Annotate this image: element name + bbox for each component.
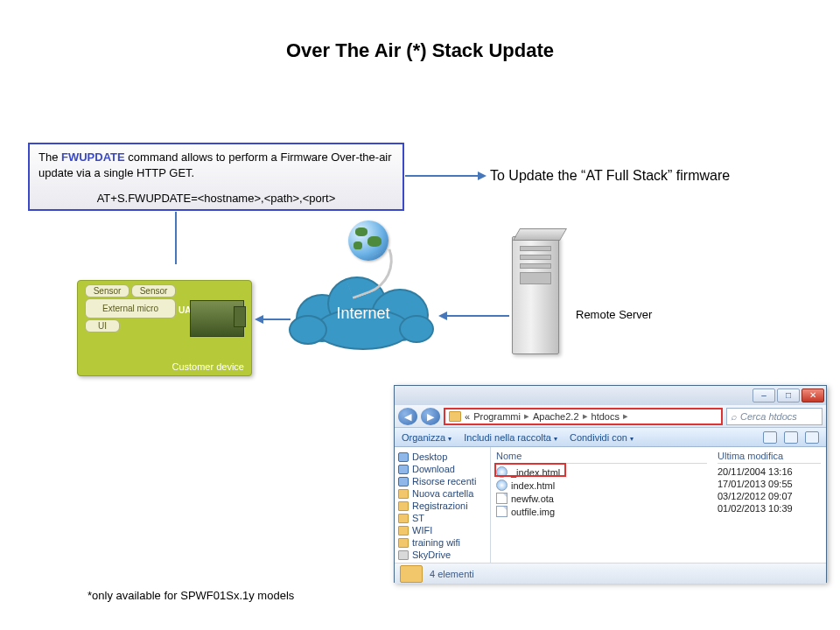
remote-server-label: Remote Server (576, 308, 652, 321)
search-placeholder: Cerca htdocs (740, 411, 797, 422)
connector-line (262, 318, 290, 320)
fwupdate-info-box: The FWUPDATE command allows to perform a… (28, 143, 404, 211)
connector-line (446, 315, 509, 317)
connector-line (175, 212, 177, 264)
close-button[interactable]: ✕ (802, 388, 824, 402)
sensor-chip: Sensor (131, 284, 176, 298)
info-prefix: The (38, 150, 61, 164)
tree-item: WIFI (398, 524, 486, 536)
help-icon[interactable] (805, 431, 819, 444)
preview-pane-icon[interactable] (784, 431, 798, 444)
cloud-label: Internet (289, 304, 438, 323)
column-header-name[interactable]: Nome (496, 449, 707, 464)
tree-item: Desktop (398, 451, 486, 463)
info-syntax: AT+S.FWUPDATE=<hostname>,<path>,<port> (38, 191, 394, 206)
tree-item: Risorse recenti (398, 475, 486, 487)
explorer-status-bar: 4 elementi (395, 563, 826, 584)
wifi-module-board (190, 300, 244, 337)
address-bar[interactable]: « Programmi ▸ Apache2.2 ▸ htdocs ▸ (444, 408, 723, 425)
status-text: 4 elementi (430, 569, 474, 579)
device-left-chips: Sensor Sensor External micro UI (85, 284, 176, 358)
tree-item: Registrazioni (398, 500, 486, 512)
connector-line (405, 175, 480, 177)
file-date: 17/01/2013 09:55 (718, 478, 821, 490)
arrow-left-icon (438, 312, 447, 320)
minimize-button[interactable]: – (752, 388, 775, 402)
file-row[interactable]: index.html (496, 479, 707, 492)
breadcrumb-sep: ▸ (583, 410, 588, 422)
tree-item: SkyDrive (398, 549, 486, 561)
file-row[interactable]: outfile.img (496, 505, 707, 518)
remote-server-icon (512, 236, 559, 354)
folder-icon (398, 526, 409, 536)
folder-icon (398, 538, 409, 548)
tree-item: Download (398, 463, 486, 475)
file-date: 03/12/2012 09:07 (718, 490, 821, 502)
desktop-icon (398, 452, 409, 462)
nav-back-button[interactable]: ◀ (398, 408, 417, 425)
arrow-left-icon (255, 315, 263, 324)
breadcrumb-sep: ▸ (623, 410, 628, 422)
toolbar-organize[interactable]: Organizza ▾ (402, 432, 452, 443)
skydrive-icon (398, 550, 409, 560)
sensor-chip: Sensor (85, 284, 130, 298)
page-title: Over The Air (*) Stack Update (0, 39, 840, 62)
file-row[interactable]: newfw.ota (496, 492, 707, 505)
download-icon (398, 465, 409, 474)
html-file-icon (496, 466, 508, 478)
update-firmware-label: To Update the “AT Full Stack” firmware (490, 168, 730, 184)
search-icon: ⌕ (731, 411, 737, 422)
column-header-date[interactable]: Ultima modifica (718, 449, 821, 464)
html-file-icon (496, 480, 508, 491)
file-list: Nome _index.html index.html newfw.ota ou… (491, 447, 826, 563)
tree-item: training wifi (398, 536, 486, 549)
file-row[interactable]: _index.html (496, 466, 707, 479)
file-icon (496, 493, 508, 504)
explorer-nav-bar: ◀ ▶ « Programmi ▸ Apache2.2 ▸ htdocs ▸ ⌕… (395, 405, 826, 428)
external-micro-chip: External micro (85, 298, 176, 318)
device-caption: Customer device (172, 361, 244, 372)
folder-icon (398, 489, 409, 499)
breadcrumb-item[interactable]: Apache2.2 (533, 411, 579, 422)
ui-chip: UI (85, 319, 120, 332)
folder-icon (400, 565, 423, 583)
folder-icon (449, 411, 461, 422)
folder-icon (398, 514, 409, 523)
breadcrumb-item[interactable]: htdocs (592, 411, 620, 422)
breadcrumb-prefix: « (465, 411, 470, 422)
arrow-right-icon (478, 172, 486, 180)
toolbar-share[interactable]: Condividi con ▾ (570, 432, 634, 443)
file-date: 01/02/2013 10:39 (718, 502, 821, 514)
file-explorer-window: – □ ✕ ◀ ▶ « Programmi ▸ Apache2.2 ▸ htdo… (394, 385, 827, 583)
file-icon (496, 506, 508, 517)
explorer-toolbar: Organizza ▾ Includi nella raccolta ▾ Con… (395, 428, 826, 447)
footnote: *only available for SPWF01Sx.1y models (88, 589, 294, 602)
view-options-icon[interactable] (763, 431, 777, 444)
recent-icon (398, 477, 409, 486)
folder-tree[interactable]: Desktop Download Risorse recenti Nuova c… (395, 447, 491, 563)
tree-item: ST (398, 512, 486, 524)
breadcrumb-item[interactable]: Programmi (473, 411, 521, 422)
info-command: FWUPDATE (61, 150, 125, 164)
window-titlebar: – □ ✕ (395, 386, 826, 405)
toolbar-include[interactable]: Includi nella raccolta ▾ (464, 432, 557, 443)
folder-icon (398, 501, 409, 511)
breadcrumb-sep: ▸ (524, 410, 529, 422)
customer-device: Sensor Sensor External micro UI UART Cus… (77, 280, 252, 376)
file-date: 20/11/2004 13:16 (718, 466, 821, 478)
search-input[interactable]: ⌕ Cerca htdocs (726, 408, 822, 425)
maximize-button[interactable]: □ (777, 388, 800, 402)
tree-item: Nuova cartella (398, 487, 486, 500)
nav-forward-button[interactable]: ▶ (421, 408, 440, 425)
